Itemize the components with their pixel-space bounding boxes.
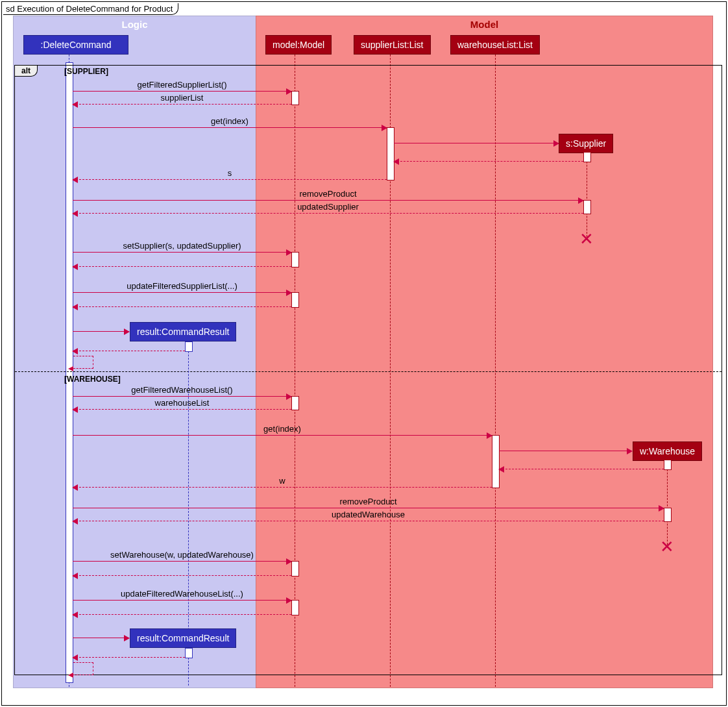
destroy-w-warehouse: ✕: [660, 538, 674, 555]
activation-model-5: [291, 561, 299, 577]
participant-supplier-list: supplierList:List: [354, 35, 431, 55]
activation-result-2: [185, 648, 193, 658]
guard-warehouse: [WAREHOUSE]: [64, 375, 121, 384]
msg-get-index-supplier: get(index): [73, 127, 387, 128]
alt-label: alt: [15, 66, 38, 77]
return-create-warehouse: [499, 469, 664, 469]
msg-create-result-1: [73, 331, 129, 332]
activation-warehouse-list: [492, 435, 500, 488]
self-return-2: [73, 662, 93, 675]
return-updated-supplier: updatedSupplier: [73, 213, 583, 214]
return-supplier-list: supplierList: [73, 104, 291, 105]
return-w: w: [73, 487, 492, 488]
msg-get-filtered-supplier-list: getFilteredSupplierList(): [73, 91, 291, 92]
msg-create-warehouse: [499, 451, 632, 451]
alt-divider: [15, 371, 722, 372]
activation-model-4: [291, 396, 299, 410]
msg-update-filtered-supplier-list: updateFilteredSupplierList(...): [73, 292, 291, 293]
package-logic-label: Logic: [14, 19, 256, 30]
return-set-supplier: [73, 266, 291, 267]
msg-remove-product-warehouse: removeProduct: [73, 508, 664, 508]
lifeline-w-warehouse: [667, 460, 668, 548]
activation-model-3: [291, 292, 299, 308]
participant-model: model:Model: [265, 35, 332, 55]
activation-s-supplier-2: [583, 200, 591, 214]
return-updated-warehouse: updatedWarehouse: [73, 521, 664, 521]
alt-frame: alt [SUPPLIER] [WAREHOUSE]: [14, 65, 722, 675]
package-model-label: Model: [256, 19, 712, 30]
activation-w-warehouse-1: [664, 460, 672, 470]
return-update-filtered-supplier-list: [73, 306, 291, 307]
return-create-supplier: [394, 161, 583, 162]
activation-model-6: [291, 600, 299, 615]
participant-warehouse-list: warehouseList:List: [450, 35, 540, 55]
return-create-result-2: [73, 657, 185, 658]
msg-get-filtered-warehouse-list: getFilteredWarehouseList(): [73, 396, 291, 397]
participant-result-2: result:CommandResult: [130, 628, 236, 648]
msg-set-warehouse: setWarehouse(w, updatedWarehouse): [73, 561, 291, 562]
participant-result-1: result:CommandResult: [130, 322, 236, 341]
activation-model-1: [291, 91, 299, 105]
return-s: s: [73, 179, 387, 180]
activation-s-supplier-1: [583, 152, 591, 162]
return-warehouse-list: warehouseList: [73, 409, 291, 410]
activation-supplier-list: [387, 127, 394, 180]
msg-set-supplier: setSupplier(s, updatedSupplier): [73, 252, 291, 253]
guard-supplier: [SUPPLIER]: [64, 67, 108, 76]
activation-result-1: [185, 341, 193, 352]
msg-create-supplier: [394, 143, 559, 143]
sd-frame-title: sd Execution of DeleteCommand for Produc…: [3, 3, 178, 15]
participant-delete-command: :DeleteCommand: [23, 35, 128, 55]
return-set-warehouse: [73, 575, 291, 576]
return-update-filtered-warehouse-list: [73, 614, 291, 615]
participant-s-supplier: s:Supplier: [559, 134, 613, 153]
msg-get-index-warehouse: get(index): [73, 435, 492, 436]
activation-w-warehouse-2: [664, 508, 672, 522]
destroy-s-supplier: ✕: [579, 230, 594, 247]
activation-model-2: [291, 252, 299, 267]
lifeline-s-supplier: [587, 152, 587, 240]
return-create-result-1: [73, 351, 185, 351]
participant-w-warehouse: w:Warehouse: [633, 441, 702, 461]
msg-update-filtered-warehouse-list: updateFilteredWarehouseList(...): [73, 600, 291, 601]
msg-remove-product-supplier: removeProduct: [73, 200, 583, 201]
msg-create-result-2: [73, 638, 129, 638]
self-return-1: [73, 356, 93, 369]
